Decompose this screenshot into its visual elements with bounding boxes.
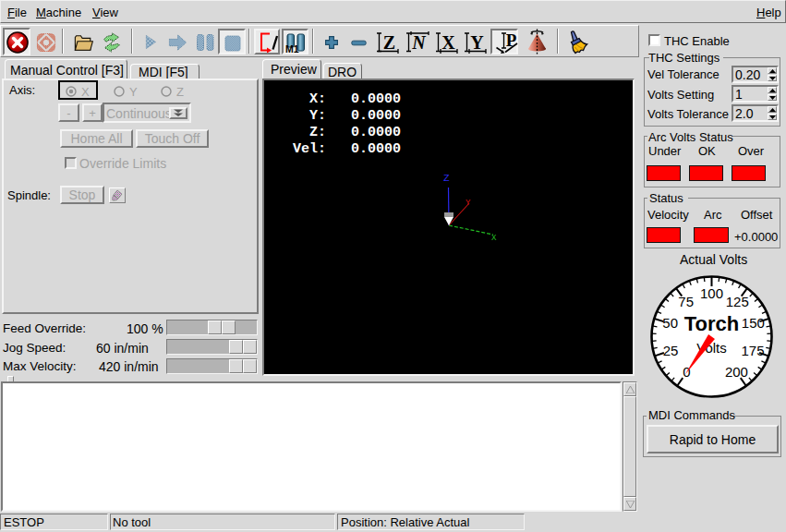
svg-text:Z: Z [383,32,395,53]
svg-text:X: X [441,32,455,53]
svg-text:75: 75 [678,294,694,309]
svg-text:Y: Y [466,199,471,208]
svg-text:Y: Y [129,85,138,98]
svg-text:X: X [81,85,90,98]
svg-text:N: N [411,32,427,53]
svg-text:50: 50 [662,315,678,331]
svg-text:100: 100 [700,285,723,301]
svg-text:Y: Y [470,32,484,53]
svg-text:25: 25 [663,343,679,358]
svg-text:150: 150 [742,315,765,331]
svg-text:Torch: Torch [684,312,739,335]
svg-text:175: 175 [741,343,764,358]
svg-text:0: 0 [683,364,690,380]
svg-text:125: 125 [726,294,749,309]
svg-text:X: X [491,234,497,243]
svg-text:Z: Z [176,85,184,98]
svg-text:200: 200 [725,364,748,380]
svg-text:Z: Z [443,173,450,184]
svg-text:M1: M1 [285,43,299,54]
